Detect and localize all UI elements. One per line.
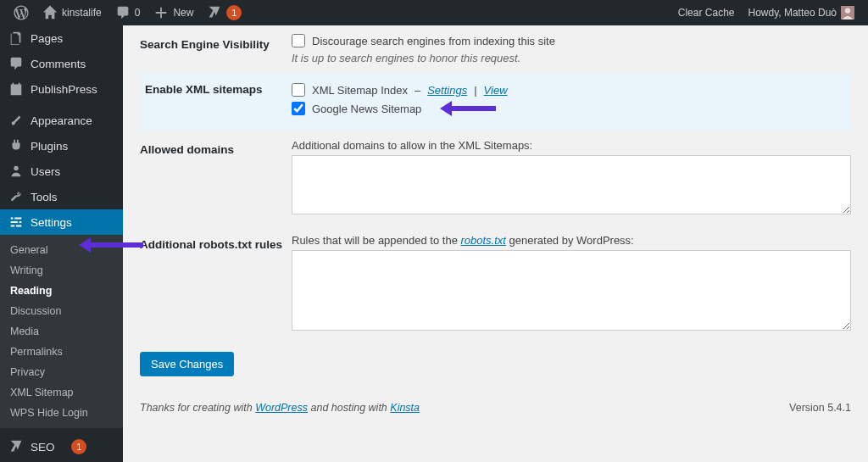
new-content-menu[interactable]: New (147, 0, 200, 25)
visibility-label: Search Engine Visibility (140, 25, 292, 73)
main-content: Search Engine Visibility Discourage sear… (123, 25, 868, 462)
sliders-icon (8, 214, 24, 230)
menu-comments[interactable]: Comments (0, 51, 123, 76)
xml-index-checkbox-label[interactable]: XML Sitemap Index – Settings | View (292, 83, 851, 97)
page-icon (8, 31, 24, 46)
settings-submenu: General Writing Reading Discussion Media… (0, 235, 123, 428)
site-name: kinstalife (62, 7, 102, 19)
robots-label: Additional robots.txt rules (140, 225, 292, 342)
allowed-domains-textarea[interactable] (292, 155, 851, 214)
submenu-permalinks[interactable]: Permalinks (0, 342, 123, 362)
xml-settings-link[interactable]: Settings (427, 84, 467, 97)
yoast-menu[interactable]: 1 (200, 0, 248, 25)
xml-view-link[interactable]: View (484, 84, 508, 97)
comment-icon (115, 5, 131, 20)
comment-icon (8, 56, 24, 71)
brush-icon (8, 113, 24, 128)
allowed-domains-description: Additional domains to allow in the XML S… (292, 139, 851, 152)
robots-txt-link[interactable]: robots.txt (460, 234, 505, 247)
seo-badge: 1 (71, 439, 86, 454)
calendar-icon (8, 81, 24, 97)
xml-sitemaps-label: Enable XML sitemaps (140, 73, 292, 131)
visibility-description: It is up to search engines to honor this… (292, 52, 851, 64)
plugin-icon (8, 138, 24, 153)
wordpress-link[interactable]: WordPress (255, 402, 308, 414)
comments-count: 0 (135, 7, 141, 19)
annotation-arrow-reading (79, 237, 143, 253)
menu-seo[interactable]: SEO 1 (0, 434, 123, 459)
footer-credits: Thanks for creating with WordPress and h… (140, 402, 420, 414)
admin-toolbar: kinstalife 0 New 1 Clear Cache Howdy, Ma… (0, 0, 868, 25)
allowed-domains-label: Allowed domains (140, 131, 292, 225)
submenu-media[interactable]: Media (0, 321, 123, 342)
yoast-icon (207, 5, 222, 20)
yoast-icon (8, 439, 24, 454)
kinsta-link[interactable]: Kinsta (390, 402, 420, 414)
menu-tools[interactable]: Tools (0, 184, 123, 209)
menu-appearance[interactable]: Appearance (0, 108, 123, 133)
submenu-xml-sitemap[interactable]: XML Sitemap (0, 382, 123, 403)
new-label: New (173, 7, 193, 19)
version-text: Version 5.4.1 (789, 402, 851, 414)
menu-plugins[interactable]: Plugins (0, 133, 123, 159)
site-name-menu[interactable]: kinstalife (36, 0, 108, 25)
submenu-wps-hide-login[interactable]: WPS Hide Login (0, 403, 123, 423)
submenu-privacy[interactable]: Privacy (0, 362, 123, 382)
menu-pages[interactable]: Pages (0, 25, 123, 51)
wp-logo-menu[interactable] (7, 0, 36, 25)
visibility-checkbox-label[interactable]: Discourage search engines from indexing … (292, 34, 851, 47)
wrench-icon (8, 189, 24, 204)
menu-users[interactable]: Users (0, 159, 123, 184)
submenu-writing[interactable]: Writing (0, 260, 123, 281)
clear-cache-button[interactable]: Clear Cache (671, 0, 742, 25)
save-changes-button[interactable]: Save Changes (140, 352, 234, 376)
my-account-menu[interactable]: Howdy, Matteo Duò (741, 0, 861, 25)
robots-textarea[interactable] (292, 250, 851, 331)
visibility-checkbox[interactable] (292, 34, 305, 47)
home-icon (42, 5, 58, 20)
menu-publishpress[interactable]: PublishPress (0, 76, 123, 102)
gnews-checkbox-label[interactable]: Google News Sitemap (292, 101, 851, 116)
avatar (841, 6, 854, 19)
menu-settings[interactable]: Settings (0, 209, 123, 235)
plus-icon (153, 5, 169, 20)
gnews-checkbox[interactable] (292, 102, 305, 115)
xml-index-checkbox[interactable] (292, 83, 305, 97)
submenu-discussion[interactable]: Discussion (0, 301, 123, 321)
yoast-badge: 1 (226, 5, 242, 20)
submenu-reading[interactable]: Reading (0, 281, 123, 301)
robots-description: Rules that will be appended to the robot… (292, 234, 851, 247)
wordpress-icon (14, 5, 29, 20)
users-icon (8, 164, 24, 179)
annotation-arrow-gnews (440, 101, 496, 116)
comments-menu-item[interactable]: 0 (108, 0, 147, 25)
